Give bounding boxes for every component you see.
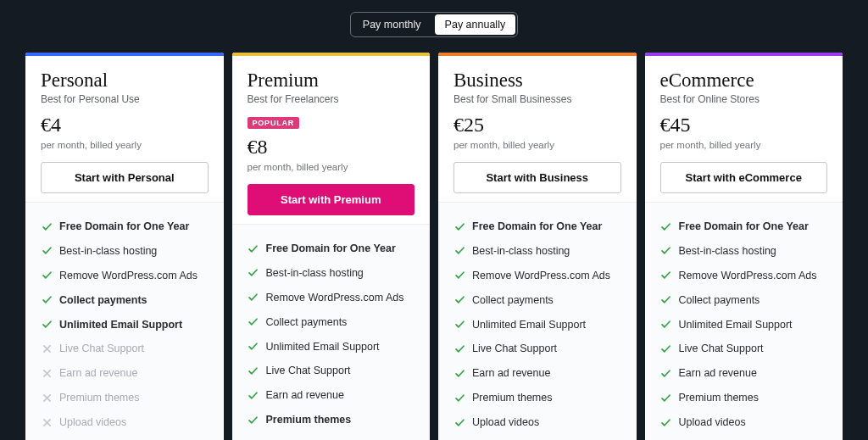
feature-text: Earn ad revenue	[59, 366, 137, 381]
plan-card-business: BusinessBest for Small Businesses€25per …	[438, 53, 637, 440]
feature-text: Upload videos	[472, 415, 539, 430]
plan-price: €4	[41, 114, 209, 136]
plan-header: PremiumBest for FreelancersPOPULAR€8per …	[232, 56, 431, 224]
feature-text: Earn ad revenue	[266, 388, 344, 403]
plan-name: Business	[453, 70, 621, 92]
feature-text: Live Chat Support	[266, 364, 351, 378]
feature-item: Collect payments	[660, 288, 828, 313]
feature-item: Unlimited Email Support	[248, 335, 415, 359]
feature-text: Free Domain for One Year	[59, 220, 189, 234]
plan-billing-note: per month, billed yearly	[248, 162, 415, 172]
feature-text: Free Domain for One Year	[266, 242, 396, 256]
feature-item: Upload videos	[41, 410, 209, 435]
feature-item: Upload videos	[453, 410, 621, 435]
feature-text: Remove WordPress.com Ads	[266, 291, 404, 305]
feature-text: Unlimited Email Support	[472, 318, 586, 332]
feature-item: Upload videos	[248, 432, 415, 440]
feature-text: Free Domain for One Year	[679, 220, 809, 234]
plan-price: €8	[248, 136, 415, 159]
feature-item: Remove WordPress.com Ads	[248, 286, 415, 310]
plan-cta-button[interactable]: Start with Premium	[248, 184, 415, 215]
feature-text: Premium themes	[472, 391, 552, 405]
check-icon	[453, 392, 465, 404]
feature-item: Remove WordPress.com Ads	[660, 264, 828, 288]
feature-text: Remove WordPress.com Ads	[472, 269, 610, 283]
feature-item: Premium themes	[248, 408, 415, 432]
check-icon	[660, 294, 672, 306]
feature-item: Free Domain for One Year	[41, 214, 209, 239]
check-icon	[453, 245, 465, 257]
feature-text: Earn ad revenue	[679, 366, 757, 381]
pricing-plans-grid: PersonalBest for Personal Use€4per month…	[0, 53, 868, 440]
feature-item: Live Chat Support	[453, 337, 621, 361]
feature-item: Premium themes	[41, 386, 209, 410]
feature-item: Earn ad revenue	[660, 361, 828, 386]
feature-text: Best-in-class hosting	[59, 244, 157, 259]
check-icon	[41, 245, 53, 257]
cross-icon	[41, 416, 53, 428]
feature-item: Google analytics integration	[660, 435, 828, 440]
plan-cta-button[interactable]: Start with Business	[453, 162, 621, 193]
plan-name: eCommerce	[660, 70, 828, 92]
pay-monthly-button[interactable]: Pay monthly	[351, 13, 433, 36]
check-icon	[41, 270, 53, 281]
check-icon	[660, 392, 672, 404]
check-icon	[660, 416, 672, 428]
plan-billing-note: per month, billed yearly	[453, 140, 621, 150]
check-icon	[660, 319, 672, 331]
check-icon	[248, 341, 259, 353]
feature-item: Unlimited Email Support	[41, 313, 209, 337]
plan-feature-list: Free Domain for One YearBest-in-class ho…	[25, 202, 224, 440]
feature-item: Google analytics integration	[41, 435, 209, 440]
feature-text: Unlimited Email Support	[266, 340, 380, 354]
check-icon	[248, 292, 259, 304]
feature-item: Remove WordPress.com Ads	[453, 264, 621, 288]
plan-tagline: Best for Small Businesses	[453, 93, 621, 105]
cross-icon	[41, 367, 53, 379]
cross-icon	[41, 343, 53, 354]
check-icon	[453, 367, 465, 379]
feature-text: Premium themes	[266, 413, 352, 427]
check-icon	[660, 270, 672, 281]
plan-cta-button[interactable]: Start with Personal	[41, 162, 209, 193]
feature-item: Free Domain for One Year	[660, 214, 828, 239]
check-icon	[41, 220, 53, 232]
feature-item: Live Chat Support	[248, 359, 415, 383]
check-icon	[453, 294, 465, 306]
feature-text: Unlimited Email Support	[59, 318, 182, 332]
feature-text: Earn ad revenue	[472, 366, 550, 381]
plan-header: PersonalBest for Personal Use€4per month…	[25, 56, 224, 202]
feature-item: Upload videos	[660, 410, 828, 435]
feature-item: Premium themes	[453, 386, 621, 410]
plan-card-personal: PersonalBest for Personal Use€4per month…	[25, 53, 224, 440]
plan-card-ecommerce: eCommerceBest for Online Stores€45per mo…	[645, 53, 843, 440]
feature-item: Collect payments	[453, 288, 621, 313]
popular-badge: POPULAR	[248, 117, 300, 129]
check-icon	[248, 365, 259, 376]
check-icon	[660, 220, 672, 232]
check-icon	[453, 270, 465, 281]
check-icon	[453, 220, 465, 232]
feature-item: Earn ad revenue	[41, 361, 209, 386]
pay-annually-button[interactable]: Pay annually	[435, 14, 516, 35]
feature-item: Collect payments	[41, 288, 209, 313]
feature-item: Unlimited Email Support	[453, 313, 621, 337]
billing-toggle-container: Pay monthly Pay annually	[0, 0, 868, 53]
check-icon	[660, 367, 672, 379]
feature-text: Unlimited Email Support	[679, 318, 793, 332]
feature-text: Remove WordPress.com Ads	[679, 269, 817, 283]
feature-item: Free Domain for One Year	[248, 237, 415, 261]
plan-feature-list: Free Domain for One YearBest-in-class ho…	[438, 202, 637, 440]
feature-item: Earn ad revenue	[453, 361, 621, 386]
check-icon	[248, 389, 259, 401]
check-icon	[248, 242, 259, 254]
feature-text: Best-in-class hosting	[266, 266, 364, 281]
feature-item: Unlimited Email Support	[660, 313, 828, 337]
feature-text: Collect payments	[472, 293, 554, 308]
check-icon	[453, 343, 465, 354]
check-icon	[453, 319, 465, 331]
plan-feature-list: Free Domain for One YearBest-in-class ho…	[645, 202, 843, 440]
plan-billing-note: per month, billed yearly	[41, 140, 209, 150]
plan-cta-button[interactable]: Start with eCommerce	[660, 162, 828, 193]
feature-item: Best-in-class hosting	[41, 239, 209, 264]
